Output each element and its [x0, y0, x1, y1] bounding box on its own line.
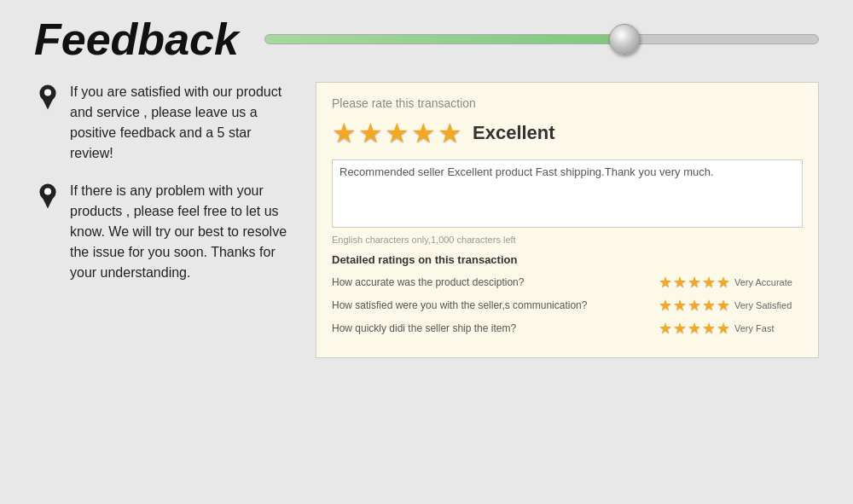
left-text-2: If there is any problem with your produc…	[70, 181, 290, 283]
star-2[interactable]: ★	[358, 117, 383, 149]
rating-question-3: How quickly didi the seller ship the ite…	[332, 322, 659, 334]
content-area: If you are satisfied with our product an…	[34, 82, 819, 358]
rating-question-1: How accurate was the product desciption?	[332, 276, 659, 288]
detail-star-1-3[interactable]: ★	[688, 273, 701, 292]
svg-marker-1	[43, 99, 54, 110]
feedback-textarea[interactable]: Recommended seller Excellent product Fas…	[332, 159, 803, 228]
stars-row: ★ ★ ★ ★ ★ Excellent	[332, 117, 803, 149]
rate-label: Please rate this transaction	[332, 96, 803, 110]
star-1[interactable]: ★	[332, 117, 357, 149]
detail-star-3-4[interactable]: ★	[702, 319, 716, 338]
rating-row-2: How satisfied were you with the seller,s…	[332, 296, 803, 315]
star-5[interactable]: ★	[438, 117, 462, 149]
rating-row-1: How accurate was the product desciption?…	[332, 273, 803, 292]
left-panel: If you are satisfied with our product an…	[34, 82, 290, 300]
rating-stars-small-3: ★ ★ ★ ★ ★ Very Fast	[659, 319, 803, 338]
rating-stars-small-2: ★ ★ ★ ★ ★ Very Satisfied	[659, 296, 803, 315]
detail-star-3-3[interactable]: ★	[688, 319, 701, 338]
char-count: English characters only,1,000 characters…	[332, 235, 803, 245]
detail-star-3-1[interactable]: ★	[659, 319, 672, 338]
header-row: Feedback	[34, 17, 819, 61]
detail-star-2-2[interactable]: ★	[673, 296, 687, 315]
detail-star-1-1[interactable]: ★	[659, 273, 672, 292]
star-3[interactable]: ★	[385, 117, 409, 149]
svg-point-5	[44, 188, 51, 194]
slider-container[interactable]	[264, 27, 819, 51]
detail-star-3-5[interactable]: ★	[717, 319, 730, 338]
rating-desc-1: Very Accurate	[734, 277, 803, 287]
right-panel: Please rate this transaction ★ ★ ★ ★ ★ E…	[316, 82, 819, 358]
rating-question-2: How satisfied were you with the seller,s…	[332, 299, 659, 311]
page-title: Feedback	[34, 17, 239, 61]
rating-label: Excellent	[473, 122, 555, 144]
star-4[interactable]: ★	[411, 117, 436, 149]
detail-star-2-1[interactable]: ★	[659, 296, 672, 315]
pin-icon-1	[34, 84, 61, 111]
rating-desc-3: Very Fast	[734, 323, 803, 333]
pin-icon-2	[34, 182, 61, 210]
detail-star-1-4[interactable]: ★	[702, 273, 716, 292]
detail-star-1-2[interactable]: ★	[673, 273, 687, 292]
detail-star-3-2[interactable]: ★	[673, 319, 687, 338]
rating-row-3: How quickly didi the seller ship the ite…	[332, 319, 803, 338]
detail-star-2-3[interactable]: ★	[688, 296, 701, 315]
detail-star-1-5[interactable]: ★	[717, 273, 730, 292]
svg-point-2	[44, 89, 51, 96]
slider-track	[264, 34, 819, 44]
rating-desc-2: Very Satisfied	[734, 300, 803, 310]
pin-block-2: If there is any problem with your produc…	[34, 181, 290, 283]
detail-star-2-5[interactable]: ★	[717, 296, 730, 315]
detailed-ratings-title: Detailed ratings on this transaction	[332, 253, 803, 266]
rating-stars-small-1: ★ ★ ★ ★ ★ Very Accurate	[659, 273, 803, 292]
detail-star-2-4[interactable]: ★	[702, 296, 716, 315]
slider-thumb[interactable]	[609, 24, 640, 55]
pin-block-1: If you are satisfied with our product an…	[34, 82, 290, 164]
page-wrapper: Feedback If you are satisfied with our p…	[0, 0, 853, 504]
left-text-1: If you are satisfied with our product an…	[70, 82, 290, 164]
svg-marker-4	[43, 198, 54, 209]
